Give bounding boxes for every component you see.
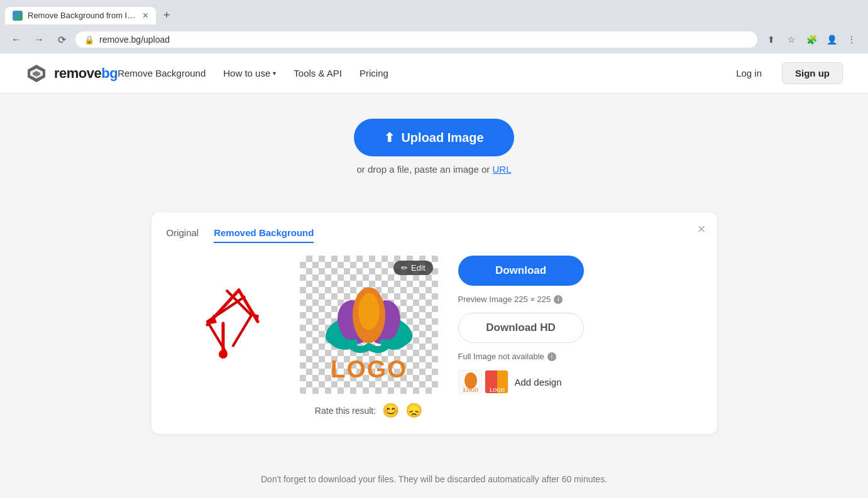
design-thumb-1: LOGO xyxy=(458,370,482,394)
login-button[interactable]: Log in xyxy=(726,63,772,84)
nav-right: Log in Sign up xyxy=(726,62,843,84)
forward-button[interactable]: → xyxy=(30,31,48,48)
design-thumb-2: LOGO xyxy=(485,370,508,394)
add-design-label: Add design xyxy=(515,377,562,387)
arrow-drawing-svg xyxy=(170,259,277,378)
extensions-button[interactable]: 🧩 xyxy=(803,31,820,48)
tab-original[interactable]: Original xyxy=(167,227,199,243)
full-image-info-text: Full Image not available xyxy=(458,352,544,361)
new-tab-button[interactable]: + xyxy=(156,5,178,26)
design-thumbnails: LOGO LOGO xyxy=(458,370,508,394)
browser-actions: ⬆ ☆ 🧩 👤 ⋮ xyxy=(762,31,860,48)
page-wrapper: removebg Remove Background How to use ▾ … xyxy=(0,53,868,498)
share-button[interactable]: ⬆ xyxy=(762,31,780,48)
logo-icon xyxy=(25,62,48,85)
upload-icon: ⬆ xyxy=(384,130,395,145)
upload-section: ⬆ Upload Image or drop a file, paste an … xyxy=(0,94,868,200)
rating-area: Rate this result: 😊 😞 xyxy=(315,403,422,419)
svg-point-16 xyxy=(358,293,379,330)
footer-note-text: Don't forget to download your files. The… xyxy=(261,474,607,484)
chevron-down-icon: ▾ xyxy=(273,70,276,77)
browser-chrome: Remove Background from Image × + ← → ⟳ 🔒… xyxy=(0,0,868,53)
nav-remove-background[interactable]: Remove Background xyxy=(118,68,206,78)
result-content: ✏ Edit xyxy=(167,256,702,419)
svg-text:LOGO: LOGO xyxy=(330,355,407,382)
preview-info-text: Preview Image 225 × 225 xyxy=(458,295,551,304)
nav-pricing[interactable]: Pricing xyxy=(360,68,388,78)
logo-area[interactable]: removebg xyxy=(25,62,118,85)
site-header: removebg Remove Background How to use ▾ … xyxy=(0,53,868,94)
full-image-info: Full Image not available i xyxy=(458,352,584,361)
footer-note: Don't forget to download your files. The… xyxy=(0,459,868,498)
result-right-panel: Download Preview Image 225 × 225 i Downl… xyxy=(458,256,584,394)
back-button[interactable]: ← xyxy=(8,31,25,48)
url-text: remove.bg/upload xyxy=(99,35,749,45)
pencil-icon: ✏ xyxy=(401,263,408,273)
original-image xyxy=(167,256,280,381)
tab-removed-background[interactable]: Removed Background xyxy=(214,227,314,243)
result-card: × Original Removed Background xyxy=(151,212,717,434)
download-hd-button[interactable]: Download HD xyxy=(458,313,584,343)
upload-image-button[interactable]: ⬆ Upload Image xyxy=(354,119,514,156)
tab-bar: Remove Background from Image × + xyxy=(0,0,868,26)
preview-info: Preview Image 225 × 225 i xyxy=(458,295,584,304)
tab-title: Remove Background from Image xyxy=(28,11,138,20)
download-button[interactable]: Download xyxy=(458,256,584,286)
logo-result-svg: LOGO xyxy=(309,264,429,386)
processed-image-container: ✏ Edit xyxy=(300,256,438,394)
svg-point-19 xyxy=(464,372,477,389)
tab-favicon xyxy=(13,11,23,21)
logo-remove: remove xyxy=(54,65,101,81)
close-button[interactable]: × xyxy=(698,221,706,237)
browser-nav-bar: ← → ⟳ 🔒 remove.bg/upload ⬆ ☆ 🧩 👤 ⋮ xyxy=(0,26,868,53)
menu-button[interactable]: ⋮ xyxy=(843,31,860,48)
processed-image: LOGO xyxy=(300,256,438,394)
logo-bg: bg xyxy=(101,65,118,81)
add-design-area[interactable]: LOGO LOGO xyxy=(458,370,584,394)
sad-emoji-button[interactable]: 😞 xyxy=(405,403,422,419)
signup-button[interactable]: Sign up xyxy=(782,62,843,84)
svg-point-10 xyxy=(219,350,228,359)
result-section: × Original Removed Background xyxy=(0,200,868,459)
bookmark-button[interactable]: ☆ xyxy=(783,31,800,48)
profile-button[interactable]: 👤 xyxy=(823,31,840,48)
preview-info-icon: i xyxy=(554,295,563,304)
svg-text:LOGO: LOGO xyxy=(463,387,478,393)
nav-how-to-use[interactable]: How to use ▾ xyxy=(223,68,276,78)
processed-image-area: ✏ Edit xyxy=(300,256,438,419)
svg-text:LOGO: LOGO xyxy=(489,387,504,393)
address-bar[interactable]: 🔒 remove.bg/upload xyxy=(75,31,757,48)
active-tab[interactable]: Remove Background from Image × xyxy=(5,7,156,24)
full-image-info-icon: i xyxy=(547,352,556,361)
nav-tools-api[interactable]: Tools & API xyxy=(294,68,342,78)
rate-label: Rate this result: xyxy=(315,406,376,416)
upload-hint: or drop a file, paste an image or URL xyxy=(357,164,512,175)
url-link[interactable]: URL xyxy=(492,164,511,175)
happy-emoji-button[interactable]: 😊 xyxy=(382,403,399,419)
site-nav: Remove Background How to use ▾ Tools & A… xyxy=(118,68,726,78)
edit-label: Edit xyxy=(411,263,425,273)
tab-close-button[interactable]: × xyxy=(143,11,148,21)
reload-button[interactable]: ⟳ xyxy=(53,31,70,48)
result-tabs: Original Removed Background xyxy=(167,227,702,243)
lock-icon: 🔒 xyxy=(84,35,94,45)
edit-badge-button[interactable]: ✏ Edit xyxy=(393,261,432,275)
upload-button-label: Upload Image xyxy=(401,131,483,145)
logo-text: removebg xyxy=(54,65,118,82)
result-left xyxy=(167,256,280,381)
